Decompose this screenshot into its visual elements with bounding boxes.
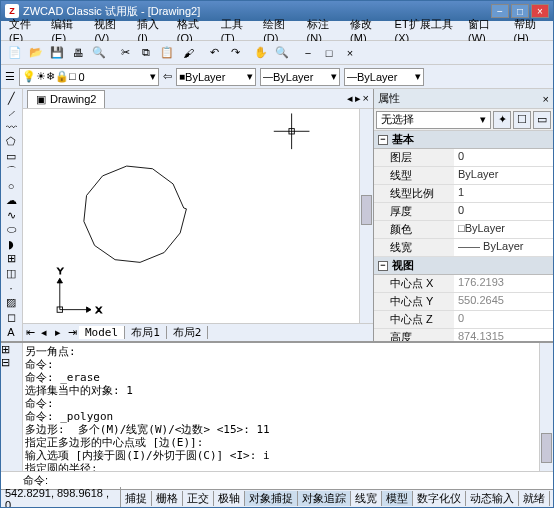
hatch-icon[interactable]: ▨ [1, 295, 21, 310]
block-icon[interactable]: ◫ [1, 266, 21, 281]
collapse-icon[interactable]: − [378, 261, 388, 271]
menubar: 文件(F)编辑(E)视图(V)插入(I)格式(O)工具(T)绘图(D)标注(N)… [1, 21, 553, 41]
status-toggle[interactable]: 数字化仪 [413, 491, 466, 506]
prop-value[interactable]: 0 [454, 203, 553, 220]
zoom-icon[interactable]: 🔍 [272, 43, 292, 63]
status-toggle[interactable]: 对象追踪 [298, 491, 351, 506]
layer-dropdown[interactable]: 💡☀❄🔒□ 0▾ [19, 68, 159, 86]
selection-dropdown[interactable]: 无选择▾ [376, 111, 491, 129]
winctl-close-icon[interactable]: × [340, 43, 360, 63]
save-icon[interactable]: 💾 [47, 43, 67, 63]
cmd-scrollbar-v[interactable] [539, 343, 553, 471]
doc-tab-active[interactable]: ▣ Drawing2 [27, 90, 105, 108]
prop-key: 中心点 Y [374, 293, 454, 310]
command-input[interactable] [48, 475, 553, 487]
layout-nav-last-icon[interactable]: ⇥ [65, 326, 79, 339]
drawing-canvas[interactable]: X Y [23, 109, 373, 323]
status-toggle[interactable]: 栅格 [152, 491, 183, 506]
command-history[interactable]: 另一角点: 命令: 命令: _erase 选择集当中的对象: 1 命令: 命令:… [23, 343, 553, 471]
status-toggle[interactable]: 就绪 [519, 491, 550, 506]
ellipse-icon[interactable]: ⬭ [1, 223, 21, 238]
prop-row[interactable]: 颜色□ByLayer [374, 221, 553, 239]
matchprop-icon[interactable]: 🖌 [178, 43, 198, 63]
qselect-icon[interactable]: ✦ [493, 111, 511, 129]
pan-icon[interactable]: ✋ [251, 43, 271, 63]
cut-icon[interactable]: ✂ [115, 43, 135, 63]
status-toggle[interactable]: 线宽 [351, 491, 382, 506]
new-icon[interactable]: 📄 [5, 43, 25, 63]
prop-value[interactable]: 176.2193 [454, 275, 553, 292]
tab-nav-left-icon[interactable]: ◂ [347, 92, 353, 105]
copy-icon[interactable]: ⧉ [136, 43, 156, 63]
prop-row[interactable]: 线型ByLayer [374, 167, 553, 185]
prop-row[interactable]: 中心点 Y550.2645 [374, 293, 553, 311]
prop-group-header[interactable]: −视图 [374, 257, 553, 275]
paste-icon[interactable]: 📋 [157, 43, 177, 63]
status-toggle[interactable]: 捕捉 [121, 491, 152, 506]
point-icon[interactable]: · [1, 281, 21, 296]
preview-icon[interactable]: 🔍 [89, 43, 109, 63]
canvas-scrollbar-v[interactable] [359, 109, 373, 323]
tab-nav-right-icon[interactable]: ▸ [355, 92, 361, 105]
text-icon[interactable]: A [1, 324, 21, 339]
tab-close-icon[interactable]: × [363, 92, 369, 105]
ellipsearc-icon[interactable]: ◗ [1, 237, 21, 252]
linetype-dropdown[interactable]: — ByLayer▾ [260, 68, 340, 86]
insert-icon[interactable]: ⊞ [1, 252, 21, 267]
redo-icon[interactable]: ↷ [225, 43, 245, 63]
prop-row[interactable]: 中心点 X176.2193 [374, 275, 553, 293]
polyline-icon[interactable]: 〰 [1, 120, 21, 135]
prop-group-header[interactable]: −基本 [374, 131, 553, 149]
revcloud-icon[interactable]: ☁ [1, 193, 21, 208]
pickadd-icon[interactable]: ☐ [513, 111, 531, 129]
circle-icon[interactable]: ○ [1, 179, 21, 194]
line-icon[interactable]: ╱ [1, 91, 21, 106]
cmd-tool2-icon[interactable]: ⊟ [1, 356, 22, 369]
layout-nav-prev-icon[interactable]: ◂ [37, 326, 51, 339]
status-toggle[interactable]: 对象捕捉 [245, 491, 298, 506]
arc-icon[interactable]: ⌒ [1, 164, 21, 179]
print-icon[interactable]: 🖶 [68, 43, 88, 63]
prop-value[interactable]: □ByLayer [454, 221, 553, 238]
collapse-icon[interactable]: − [378, 135, 388, 145]
selectobj-icon[interactable]: ▭ [533, 111, 551, 129]
spline-icon[interactable]: ∿ [1, 208, 21, 223]
prop-value[interactable]: ByLayer [454, 167, 553, 184]
winctl-max-icon[interactable]: □ [319, 43, 339, 63]
prop-row[interactable]: 线型比例1 [374, 185, 553, 203]
open-icon[interactable]: 📂 [26, 43, 46, 63]
prop-value[interactable]: 874.1315 [454, 329, 553, 341]
layer-manager-icon[interactable]: ☰ [5, 70, 15, 83]
layout-tab[interactable]: Model [79, 326, 125, 339]
props-close-icon[interactable]: × [543, 93, 549, 105]
prop-value[interactable]: 1 [454, 185, 553, 202]
region-icon[interactable]: ◻ [1, 310, 21, 325]
color-dropdown[interactable]: ■ ByLayer▾ [176, 68, 256, 86]
rectangle-icon[interactable]: ▭ [1, 149, 21, 164]
undo-icon[interactable]: ↶ [204, 43, 224, 63]
prop-value[interactable]: 0 [454, 149, 553, 166]
status-toggle[interactable]: 正交 [183, 491, 214, 506]
prop-row[interactable]: 厚度0 [374, 203, 553, 221]
prop-row[interactable]: 中心点 Z0 [374, 311, 553, 329]
lineweight-dropdown[interactable]: — ByLayer▾ [344, 68, 424, 86]
status-toggle[interactable]: 动态输入 [466, 491, 519, 506]
prop-row[interactable]: 图层0 [374, 149, 553, 167]
prop-row[interactable]: 线宽—— ByLayer [374, 239, 553, 257]
prop-value[interactable]: 0 [454, 311, 553, 328]
layout-tab[interactable]: 布局1 [125, 326, 167, 339]
layout-nav-first-icon[interactable]: ⇤ [23, 326, 37, 339]
cmd-tool1-icon[interactable]: ⊞ [1, 343, 22, 356]
winctl-min-icon[interactable]: − [298, 43, 318, 63]
status-toggle[interactable]: 模型 [382, 491, 413, 506]
layout-tab[interactable]: 布局2 [167, 326, 209, 339]
prop-value[interactable]: 550.2645 [454, 293, 553, 310]
layer-prev-icon[interactable]: ⇦ [163, 70, 172, 83]
prop-value[interactable]: —— ByLayer [454, 239, 553, 256]
coords-readout[interactable]: 542.8291, 898.9618 , 0 [1, 487, 121, 509]
prop-row[interactable]: 高度874.1315 [374, 329, 553, 341]
layout-nav-next-icon[interactable]: ▸ [51, 326, 65, 339]
polygon-icon[interactable]: ⬠ [1, 135, 21, 150]
xline-icon[interactable]: ⟋ [1, 106, 21, 121]
status-toggle[interactable]: 极轴 [214, 491, 245, 506]
